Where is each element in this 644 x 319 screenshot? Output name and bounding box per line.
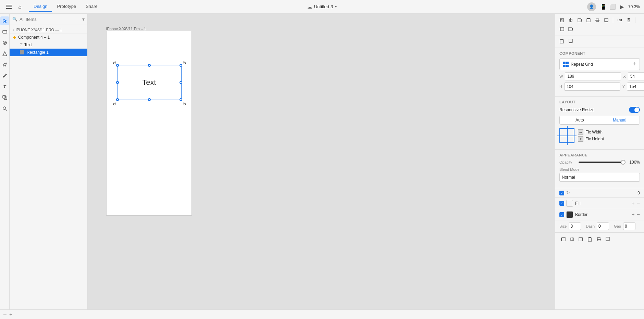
- responsive-toggle[interactable]: [629, 107, 640, 113]
- text-tool[interactable]: T: [0, 82, 9, 91]
- size-input[interactable]: [569, 222, 581, 230]
- back-icon[interactable]: ‹: [13, 28, 14, 32]
- w-input[interactable]: [565, 72, 621, 80]
- bottom-align-middle[interactable]: [595, 235, 603, 243]
- boolean-tool[interactable]: [0, 93, 9, 102]
- bottom-align-right[interactable]: [577, 235, 585, 243]
- fix-width-option[interactable]: ⇔ Fix Width: [578, 129, 604, 135]
- align-center-h[interactable]: [567, 16, 574, 24]
- fill-color-swatch[interactable]: [566, 200, 573, 207]
- fill-checkbox[interactable]: ✓: [559, 201, 564, 206]
- w-label: W: [559, 74, 563, 78]
- repeat-grid-button[interactable]: Repeat Grid +: [559, 58, 640, 70]
- tab-share[interactable]: Share: [81, 2, 102, 12]
- align-left-edge[interactable]: [558, 16, 566, 24]
- svg-rect-26: [628, 20, 629, 21]
- component-section: COMPONENT Repeat Grid + W X ↻ 0°: [555, 48, 644, 97]
- border-color-swatch[interactable]: [566, 211, 573, 218]
- distribute-v[interactable]: [625, 16, 632, 24]
- bottom-align-left[interactable]: [559, 235, 567, 243]
- artboard[interactable]: Text ↺ ↻ ↺ ↻: [106, 31, 192, 216]
- distribute-h[interactable]: [616, 16, 623, 24]
- phone-icon[interactable]: 📱: [600, 4, 607, 10]
- align-center-v[interactable]: [594, 16, 601, 24]
- svg-rect-36: [562, 238, 565, 241]
- add-border-icon[interactable]: +: [631, 212, 634, 218]
- gap-input[interactable]: [623, 222, 635, 230]
- fix-height-option[interactable]: ⇕ Fix Height: [578, 136, 604, 142]
- dash-input[interactable]: [597, 222, 609, 230]
- bottom-align-center[interactable]: [568, 235, 576, 243]
- main-area: T 🔍 ▾ ‹ IPHONE X/XS/11 PRO — 1 ◆ Compone…: [0, 14, 644, 309]
- avatar[interactable]: 👤: [587, 2, 596, 11]
- x-input[interactable]: [628, 72, 644, 80]
- opacity-thumb[interactable]: [621, 160, 626, 165]
- add-icon[interactable]: +: [632, 61, 636, 68]
- search-input[interactable]: [20, 17, 80, 22]
- search-icon: 🔍: [12, 17, 17, 22]
- tab-design[interactable]: Design: [29, 2, 52, 12]
- component-section-title: COMPONENT: [559, 51, 640, 55]
- rotation-handle-tl[interactable]: ↺: [113, 61, 115, 63]
- fix-width-icon: ⇔: [578, 129, 583, 135]
- blend-mode-row: Blend Mode Normal Multiply Screen Overla…: [559, 167, 640, 182]
- shadow-checkbox[interactable]: ✓: [559, 191, 564, 195]
- resize-visual: ⇔ Fix Width ⇕ Fix Height: [559, 128, 640, 143]
- rectangle-tool[interactable]: [0, 27, 9, 36]
- manual-button[interactable]: Manual: [600, 116, 640, 124]
- tablet-icon[interactable]: ⬜: [609, 4, 616, 10]
- align-bottom-edge[interactable]: [603, 16, 610, 24]
- svg-point-2: [4, 42, 5, 43]
- remove-fill-icon[interactable]: −: [637, 200, 640, 206]
- shadow-value-input[interactable]: [572, 191, 640, 195]
- align-left[interactable]: [558, 25, 566, 33]
- fill-row: ✓ Fill + −: [555, 198, 644, 209]
- select-tool[interactable]: [0, 16, 9, 25]
- responsive-label: Responsive Resize: [559, 107, 595, 112]
- layer-component[interactable]: ◆ Component 4 – 1: [10, 34, 87, 41]
- tab-prototype[interactable]: Prototype: [52, 2, 81, 12]
- plus-button[interactable]: +: [9, 311, 12, 318]
- align-top-edge[interactable]: [585, 16, 592, 24]
- pen-tool[interactable]: [0, 60, 9, 69]
- zoom-level[interactable]: 79.3%: [628, 4, 640, 9]
- align-right-edge[interactable]: [576, 16, 583, 24]
- project-title[interactable]: Untitled-3: [314, 4, 333, 9]
- canvas-component[interactable]: Text ↺ ↻ ↺ ↻: [117, 65, 182, 100]
- shadow-refresh-icon[interactable]: ↻: [566, 190, 570, 195]
- rotation-handle-tr[interactable]: ↻: [183, 61, 186, 63]
- add-fill-icon[interactable]: +: [631, 200, 634, 206]
- dropdown-icon[interactable]: ▾: [82, 16, 85, 22]
- bottom-align-bottom[interactable]: [604, 235, 611, 243]
- rotation-handle-bl[interactable]: ↺: [113, 102, 115, 104]
- shape-tool[interactable]: [0, 49, 9, 58]
- align-right[interactable]: [567, 25, 574, 33]
- blend-mode-select[interactable]: Normal Multiply Screen Overlay Darken Li…: [559, 173, 640, 182]
- component-icon: ◆: [13, 35, 16, 40]
- align-top[interactable]: [558, 37, 566, 45]
- menu-icon[interactable]: [4, 2, 14, 12]
- align-bottom[interactable]: [567, 37, 574, 45]
- layer-text[interactable]: T Text: [10, 41, 87, 49]
- brush-tool[interactable]: [0, 71, 9, 80]
- rotation-handle-br[interactable]: ↻: [183, 102, 186, 104]
- minus-button[interactable]: –: [3, 311, 7, 318]
- y-input[interactable]: [627, 82, 644, 91]
- canvas-area[interactable]: iPhone X/XS/11 Pro – 1 Text ↺ ↻ ↺ ↻: [88, 14, 555, 309]
- device-icons: 📱 ⬜: [600, 4, 616, 10]
- home-icon[interactable]: ⌂: [15, 2, 25, 12]
- auto-button[interactable]: Auto: [560, 116, 600, 124]
- layer-breadcrumb[interactable]: ‹ IPHONE X/XS/11 PRO — 1: [10, 26, 87, 34]
- component-tool[interactable]: [0, 38, 9, 47]
- h-input[interactable]: [564, 82, 620, 91]
- search-tool[interactable]: [0, 104, 9, 113]
- responsive-row: Responsive Resize: [559, 107, 640, 113]
- chevron-down-icon[interactable]: ▾: [335, 5, 337, 9]
- layer-rectangle[interactable]: Rectangle 1: [10, 49, 87, 56]
- bottom-align-top[interactable]: [586, 235, 594, 243]
- svg-point-6: [3, 107, 6, 110]
- play-button[interactable]: ▶: [620, 4, 624, 10]
- remove-border-icon[interactable]: −: [637, 212, 640, 218]
- border-checkbox[interactable]: ✓: [559, 212, 564, 217]
- opacity-slider[interactable]: [579, 162, 626, 163]
